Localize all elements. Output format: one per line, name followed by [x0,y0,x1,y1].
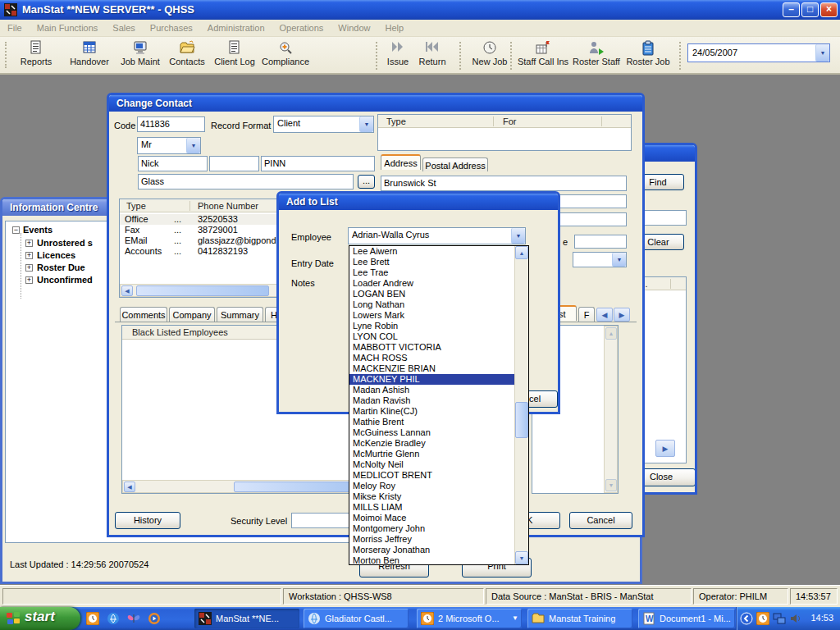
expand-right-icon[interactable]: ▶ [655,440,675,457]
tree-item-unconfirmed[interactable]: Unconfirmed [37,275,93,285]
toolbar-staff-call-ins-button[interactable]: Staff Call Ins [517,40,569,71]
clock-launcher-icon[interactable] [85,611,99,625]
code-field[interactable]: 411836 [137,116,205,132]
add-to-list-titlebar[interactable]: Add to List [279,194,558,210]
toolbar-grip[interactable] [5,42,7,68]
dropdown-item[interactable]: McNolty Neil [349,459,514,470]
butterfly-icon[interactable] [126,611,140,625]
ellipsis-button[interactable]: ... [358,175,375,189]
dropdown-scrollbar[interactable]: ▲ ▼ [514,246,528,564]
dropdown-item[interactable]: Mikse Kristy [349,491,514,502]
dropdown-item[interactable]: Lee Trae [349,267,514,278]
hide-icons-chevron-icon[interactable] [740,612,753,625]
dropdown-item[interactable]: Lee Aiwern [349,246,514,257]
scrollbar-thumb[interactable] [515,402,528,438]
vertical-scrollbar[interactable]: ▲ ▼ [604,326,618,493]
dropdown-item[interactable]: McGuiness Lannan [349,427,514,438]
tab-address[interactable]: Address [381,154,421,170]
chevron-down-icon[interactable]: ▼ [359,116,373,132]
date-picker[interactable]: 24/05/2007 ▼ [687,43,830,62]
cancel-button[interactable]: Cancel [569,512,632,529]
dropdown-item[interactable]: Loader Andrew [349,278,514,289]
dropdown-item[interactable]: Mathie Brent [349,417,514,427]
dropdown-item[interactable]: LOGAN BEN [349,289,514,299]
tray-clock-icon[interactable] [756,612,769,625]
menu-item[interactable]: File [0,21,30,35]
taskbar-item-gladiator[interactable]: Gladiator Castl... [304,609,409,628]
group-expand-icon[interactable]: ▼ [512,609,518,628]
tree-item-unrostered[interactable]: Unrostered s [37,238,93,248]
scroll-left-icon[interactable]: ◀ [121,285,133,296]
scroll-up-icon[interactable]: ▲ [605,327,617,340]
menu-item[interactable]: Main Functions [30,21,106,35]
last-name-field[interactable]: PINN [261,156,375,171]
expand-icon[interactable]: + [25,264,33,272]
dropdown-item[interactable]: Meloy Roy [349,481,514,491]
menu-item[interactable]: Sales [105,21,143,35]
state-select[interactable]: ▼ [573,252,627,267]
dropdown-item[interactable]: MACKNEY PHIL [349,374,514,385]
toolbar-roster-job-button[interactable]: Roster Job [625,40,671,71]
company-field[interactable]: Glass [138,174,354,189]
taskbar-item-manstat[interactable]: ManStat **NE... [194,609,299,628]
street-field[interactable]: Brunswick St [381,176,627,191]
scroll-down-icon[interactable]: ▼ [515,551,528,564]
dropdown-item[interactable]: MABBOTT VICTORIA [349,342,514,353]
toolbar-issue-button[interactable]: Issue [383,40,413,71]
tree-item-licences[interactable]: Licences [37,250,75,260]
dropdown-item[interactable]: Morton Ben [349,555,514,564]
volume-icon[interactable] [789,612,802,625]
chevron-down-icon[interactable]: ▼ [186,138,200,153]
dropdown-item[interactable]: MEDLICOT BRENT [349,470,514,481]
salutation-select[interactable]: Mr ▼ [137,137,201,154]
menu-item[interactable]: Operations [272,21,331,35]
menu-item[interactable]: Administration [200,21,272,35]
dropdown-item[interactable]: McMurtrie Glenn [349,449,514,459]
first-name-field[interactable]: Nick [138,156,208,171]
dropdown-item[interactable]: Lowers Mark [349,310,514,321]
toolbar-handover-button[interactable]: Handover [64,40,115,71]
tab-company[interactable]: Company [169,307,215,322]
toolbar-contacts-button[interactable]: Contacts [166,40,208,71]
dropdown-item[interactable]: Moimoi Mace [349,513,514,523]
network-icon[interactable] [773,612,786,625]
internet-explorer-icon[interactable] [106,611,120,625]
dropdown-item[interactable]: Montgomery John [349,523,514,534]
toolbar-roster-staff-button[interactable]: Roster Staff [571,40,622,71]
dropdown-item[interactable]: Morseray Jonathan [349,545,514,555]
history-button[interactable]: History [115,512,180,529]
expand-icon[interactable]: + [25,240,33,247]
scrollbar-thumb[interactable] [136,285,269,296]
scrollbar-thumb[interactable] [234,482,359,492]
menu-item[interactable]: Help [377,21,411,35]
menu-item[interactable]: Purchases [143,21,200,35]
tab-summary[interactable]: Summary [217,307,263,322]
dropdown-item[interactable]: Madan Ravish [349,395,514,406]
expand-icon[interactable]: + [25,276,33,284]
toolbar-return-button[interactable]: Return [414,40,450,71]
app-titlebar[interactable]: ManStat **NEW SERVER** - QHSS – □ × [0,0,840,20]
taskbar-item-microsoft-office-group[interactable]: 2 Microsoft O... ▼ [417,609,522,628]
expand-icon[interactable]: + [25,252,33,259]
employee-select[interactable]: Adrian-Walla Cyrus ▼ [348,227,526,244]
tree-item-events[interactable]: Events [23,225,52,235]
middle-name-field[interactable] [209,156,259,171]
toolbar-reports-button[interactable]: Reports [12,40,60,71]
chevron-down-icon[interactable]: ▼ [511,228,525,244]
minimize-icon[interactable]: – [783,2,800,17]
dropdown-item[interactable]: Lee Brett [349,257,514,267]
type-for-list[interactable]: Type For [377,114,632,151]
toolbar-compliance-button[interactable]: Compliance [260,40,311,71]
tab-comments[interactable]: Comments [120,307,167,322]
chevron-down-icon[interactable]: ▼ [815,44,829,62]
dropdown-item[interactable]: MACKENZIE BRIAN [349,363,514,374]
taskbar-item-document1[interactable]: W Document1 - Mi... [638,609,735,628]
scroll-down-icon[interactable]: ▼ [605,479,617,491]
tree-item-roster-due[interactable]: Roster Due [37,262,85,272]
dropdown-item[interactable]: McKenzie Bradley [349,438,514,449]
toolbar-job-maint-button[interactable]: Job Maint [117,40,163,71]
change-contact-titlebar[interactable]: Change Contact [109,95,642,112]
scroll-left-icon[interactable]: ◀ [124,482,135,492]
toolbar-new-job-button[interactable]: New Job [469,40,510,71]
taskbar-item-manstat-training[interactable]: Manstat Training [527,609,632,628]
